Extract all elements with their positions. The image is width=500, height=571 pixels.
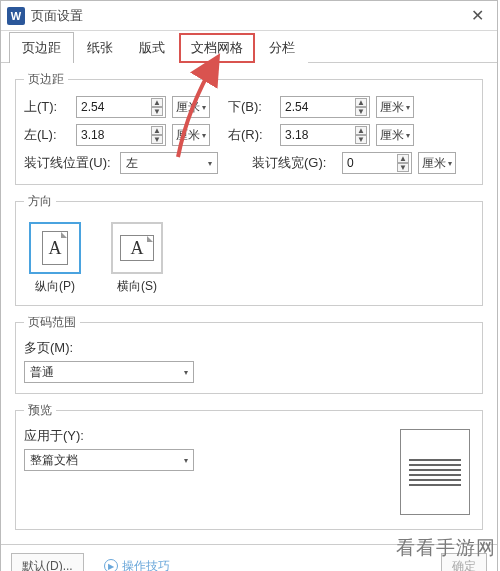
orientation-group: 方向 A 纵向(P) A 横向(S) [15,193,483,306]
apply-select[interactable]: 整篇文档▾ [24,449,194,471]
landscape-label: 横向(S) [106,278,168,295]
multi-select[interactable]: 普通▾ [24,361,194,383]
portrait-label: 纵向(P) [24,278,86,295]
landscape-icon: A [120,235,154,261]
spin-down-icon[interactable]: ▼ [397,163,409,172]
gutter-pos-select[interactable]: 左▾ [120,152,218,174]
margins-legend: 页边距 [24,71,68,88]
right-unit[interactable]: 厘米▾ [376,124,414,146]
tab-doc-grid[interactable]: 文档网格 [178,32,256,63]
tab-margins[interactable]: 页边距 [9,32,74,63]
window-title: 页面设置 [31,7,457,25]
right-input[interactable]: 3.18 ▲▼ [280,124,370,146]
tab-columns[interactable]: 分栏 [256,32,308,63]
spin-down-icon[interactable]: ▼ [151,135,163,144]
spin-down-icon[interactable]: ▼ [355,135,367,144]
close-button[interactable]: ✕ [457,1,497,31]
tab-bar: 页边距 纸张 版式 文档网格 分栏 [1,31,497,63]
top-label: 上(T): [24,98,72,116]
tips-button[interactable]: ▶ 操作技巧 [94,553,180,571]
multi-label: 多页(M): [24,339,73,357]
bottom-input[interactable]: 2.54 ▲▼ [280,96,370,118]
caret-down-icon: ▾ [406,131,410,140]
spin-up-icon[interactable]: ▲ [151,126,163,135]
spin-down-icon[interactable]: ▼ [355,107,367,116]
orientation-landscape[interactable]: A 横向(S) [106,222,168,295]
right-label: 右(R): [228,126,276,144]
page-range-group: 页码范围 多页(M): 普通▾ [15,314,483,394]
spin-up-icon[interactable]: ▲ [355,98,367,107]
caret-down-icon: ▾ [184,456,188,465]
top-unit[interactable]: 厘米▾ [172,96,210,118]
apply-label: 应用于(Y): [24,427,224,445]
spin-down-icon[interactable]: ▼ [151,107,163,116]
preview-legend: 预览 [24,402,56,419]
page-range-legend: 页码范围 [24,314,80,331]
preview-thumbnail [400,429,470,515]
caret-down-icon: ▾ [202,131,206,140]
caret-down-icon: ▾ [406,103,410,112]
orientation-portrait[interactable]: A 纵向(P) [24,222,86,295]
bottom-label: 下(B): [228,98,276,116]
orientation-legend: 方向 [24,193,56,210]
left-label: 左(L): [24,126,72,144]
margins-group: 页边距 上(T): 2.54 ▲▼ 厘米▾ 下(B): 2.54 ▲▼ 厘米▾ … [15,71,483,185]
play-icon: ▶ [104,559,118,571]
portrait-icon: A [42,231,68,265]
spin-up-icon[interactable]: ▲ [151,98,163,107]
tab-paper[interactable]: 纸张 [74,32,126,63]
gutter-width-input[interactable]: 0 ▲▼ [342,152,412,174]
spin-up-icon[interactable]: ▲ [397,154,409,163]
gutter-pos-label: 装订线位置(U): [24,154,116,172]
app-icon: W [7,7,25,25]
spin-up-icon[interactable]: ▲ [355,126,367,135]
left-input[interactable]: 3.18 ▲▼ [76,124,166,146]
tab-layout[interactable]: 版式 [126,32,178,63]
bottom-unit[interactable]: 厘米▾ [376,96,414,118]
titlebar: W 页面设置 ✕ [1,1,497,31]
caret-down-icon: ▾ [202,103,206,112]
preview-group: 预览 应用于(Y): 整篇文档▾ [15,402,483,530]
left-unit[interactable]: 厘米▾ [172,124,210,146]
gutter-width-label: 装订线宽(G): [252,154,338,172]
watermark: 看看手游网 [396,535,496,561]
gutter-width-unit[interactable]: 厘米▾ [418,152,456,174]
top-input[interactable]: 2.54 ▲▼ [76,96,166,118]
caret-down-icon: ▾ [448,159,452,168]
default-button[interactable]: 默认(D)... [11,553,84,571]
caret-down-icon: ▾ [208,159,212,168]
caret-down-icon: ▾ [184,368,188,377]
